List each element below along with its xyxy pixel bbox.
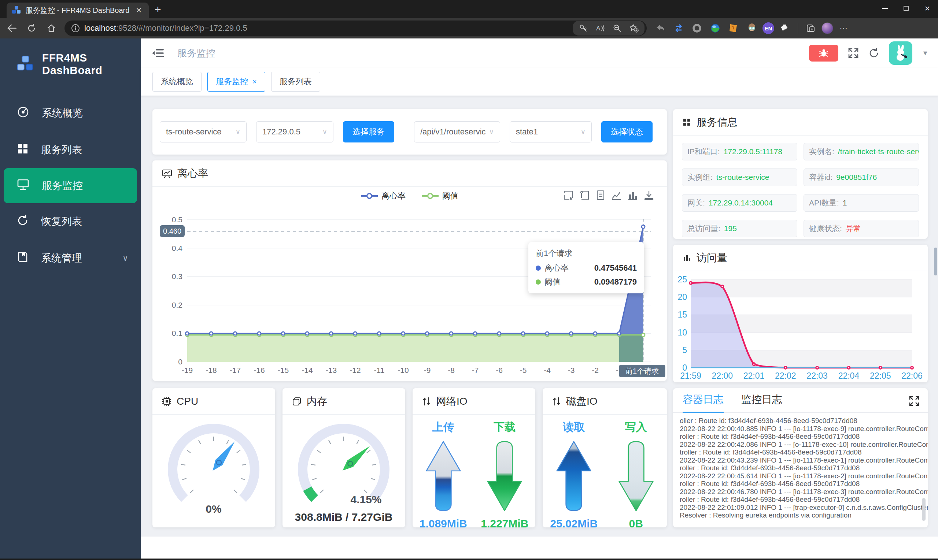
log-lines[interactable]: oller : Route id: f3d4d4ef-693b-4456-8ee… — [673, 413, 928, 519]
tab-close-icon[interactable]: × — [253, 78, 257, 86]
globe-extension-icon[interactable] — [707, 20, 723, 36]
log-line: Resolver : Resolving eureka endpoints vi… — [680, 511, 923, 519]
dashboard-icon — [17, 106, 29, 121]
visits-chart[interactable]: 051015202521:5922:0022:0122:0222:0322:04… — [673, 271, 928, 381]
download-value: 1.227MiB — [481, 517, 528, 530]
blue-dot-icon — [536, 266, 541, 271]
favicon-cubes-icon — [12, 6, 21, 15]
write-column: 写入 0B — [613, 420, 659, 530]
extensions-puzzle-icon[interactable] — [777, 20, 793, 36]
ring-extension-icon[interactable] — [689, 20, 705, 36]
log-line: roller : Route id: f3d4d4ef-693b-4456-8e… — [680, 480, 923, 488]
favorites-star-icon[interactable] — [626, 20, 642, 36]
sidebar-item-服务列表[interactable]: 服务列表 — [0, 131, 141, 168]
disk-io-header: 磁盘IO — [543, 388, 667, 415]
sidebar-menu: 系统概览服务列表服务监控恢复列表系统管理∨ — [0, 95, 141, 277]
undo-arrow-icon[interactable] — [653, 20, 668, 36]
orange-extension-icon[interactable] — [726, 20, 741, 36]
toolbox-barchart-icon[interactable] — [627, 190, 638, 201]
log-scrollbar[interactable] — [922, 498, 926, 521]
service-select[interactable]: ts-route-service∨ — [160, 121, 246, 143]
reload-button[interactable] — [23, 20, 40, 36]
log-expand-icon[interactable] — [909, 395, 920, 406]
log-tab-监控日志[interactable]: 监控日志 — [741, 392, 782, 412]
window-bottom-edge — [0, 558, 938, 560]
profile-avatar[interactable] — [821, 22, 833, 34]
page-scrollbar-thumb[interactable] — [934, 248, 937, 275]
toolbox-datazoom-icon[interactable] — [563, 190, 574, 201]
password-key-icon[interactable] — [576, 20, 591, 36]
legend-eccentricity[interactable]: 离心率 — [361, 191, 406, 202]
chevron-down-icon: ∨ — [581, 128, 585, 136]
avatar-caret-icon[interactable]: ▼ — [922, 49, 929, 57]
url-bar[interactable]: localhost:9528/#/monitor/index?ip=172.29… — [65, 20, 647, 36]
toolbox-download-icon[interactable] — [644, 190, 655, 201]
svg-text:-12: -12 — [350, 366, 360, 374]
chevron-down-icon: ∨ — [489, 128, 494, 136]
home-button[interactable] — [43, 20, 59, 36]
api-select[interactable]: /api/v1/routeservic∨ — [414, 121, 500, 143]
tab-title: 服务监控 - FFR4MS DashBoard — [26, 6, 130, 15]
sidebar-item-恢复列表[interactable]: 恢复列表 — [0, 203, 141, 240]
refresh-icon — [17, 215, 29, 229]
settings-more-icon[interactable]: ⋯ — [836, 20, 852, 36]
browser-tab[interactable]: 服务监控 - FFR4MS DashBoard ✕ — [6, 3, 149, 18]
tab-close-icon[interactable]: ✕ — [134, 6, 144, 15]
bug-report-button[interactable] — [809, 45, 838, 62]
window-minimize-button[interactable] — [874, 0, 895, 17]
user-avatar[interactable] — [889, 42, 912, 65]
ip-select[interactable]: 172.29.0.5∨ — [256, 121, 333, 143]
sidebar-item-服务监控[interactable]: 服务监控 — [4, 168, 137, 203]
new-tab-button[interactable]: + — [155, 3, 161, 16]
svg-text:22:02: 22:02 — [775, 371, 796, 380]
toolbox-linechart-icon[interactable] — [611, 190, 622, 201]
toolbox-restore-icon[interactable] — [579, 190, 590, 201]
toolbox-dataview-icon[interactable] — [595, 190, 606, 201]
content: ts-route-service∨ 172.29.0.5∨ 选择服务 /api/… — [141, 96, 938, 560]
zoom-out-icon[interactable] — [609, 20, 625, 36]
collections-icon[interactable] — [803, 20, 819, 36]
app-logo[interactable]: FFR4MS DashBoard — [0, 38, 141, 77]
hamburger-icon[interactable] — [150, 45, 166, 61]
refresh-page-icon[interactable] — [869, 48, 879, 58]
toolbar-divider — [798, 23, 798, 34]
svg-text:-14: -14 — [302, 366, 313, 374]
state-select[interactable]: state1∨ — [510, 121, 592, 143]
sidebar-item-系统管理[interactable]: 系统管理∨ — [0, 240, 141, 277]
log-tab-容器日志[interactable]: 容器日志 — [682, 392, 724, 412]
window-close-button[interactable]: ✕ — [917, 0, 938, 17]
log-line: 2022-08-22 22:00:43.239 INFO 1 --- [io-1… — [680, 456, 923, 465]
svg-text:-10: -10 — [397, 366, 408, 374]
upload-arrow-icon — [420, 438, 467, 515]
swap-extension-icon[interactable] — [671, 20, 686, 36]
fullscreen-icon[interactable] — [848, 48, 859, 58]
svg-text:-19: -19 — [182, 366, 193, 374]
svg-text:-7: -7 — [472, 366, 479, 374]
url-text[interactable]: localhost:9528/#/monitor/index?ip=172.29… — [84, 23, 573, 33]
tab-服务列表[interactable]: 服务列表 — [271, 72, 320, 92]
back-button[interactable] — [4, 20, 20, 36]
tab-系统概览[interactable]: 系统概览 — [152, 72, 202, 92]
site-info-icon[interactable] — [71, 24, 80, 32]
legend-threshold[interactable]: 阈值 — [422, 191, 458, 202]
avatar-face-extension-icon[interactable] — [744, 20, 759, 36]
memory-card: 内存 4.15%308.8MiB / 7.27GiB — [282, 388, 405, 528]
svg-text:4.15%: 4.15% — [350, 493, 382, 505]
sidebar-item-系统概览[interactable]: 系统概览 — [0, 95, 141, 131]
select-state-button[interactable]: 选择状态 — [601, 121, 653, 143]
window-maximize-button[interactable] — [895, 0, 917, 17]
chevron-down-icon: ∨ — [322, 128, 327, 136]
svg-text:前1个请求: 前1个请求 — [625, 367, 659, 375]
svg-text:-6: -6 — [496, 366, 503, 374]
tooltip-row-threshold: 阈值0.09487179 — [536, 277, 637, 288]
content-footer — [141, 537, 938, 560]
read-arrow-icon — [550, 438, 597, 515]
read-aloud-icon[interactable]: A — [593, 20, 608, 36]
main-area: 服务监控 — [141, 38, 938, 560]
translate-en-badge[interactable]: EN — [762, 22, 774, 34]
svg-text:10: 10 — [678, 328, 687, 337]
select-service-button[interactable]: 选择服务 — [343, 121, 394, 143]
svg-text:-13: -13 — [326, 366, 337, 374]
upload-label: 上传 — [432, 420, 454, 435]
tab-服务监控[interactable]: 服务监控× — [207, 72, 265, 92]
